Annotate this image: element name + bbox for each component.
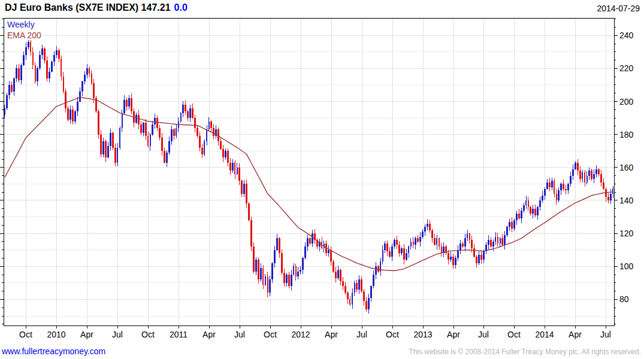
candle-body xyxy=(579,171,581,179)
candle-body xyxy=(288,275,290,286)
candle-body xyxy=(44,48,46,60)
candle-body xyxy=(401,248,403,253)
candle-body xyxy=(406,253,407,260)
candle-body xyxy=(98,111,99,135)
candle-body xyxy=(6,95,8,108)
candle-body xyxy=(123,100,125,113)
candle-body xyxy=(394,240,395,247)
candle-body xyxy=(274,250,276,263)
candle-body xyxy=(269,279,271,293)
candle-body xyxy=(549,182,551,187)
y-tick-label: 200 xyxy=(619,97,634,107)
candle-body xyxy=(81,81,83,92)
candle-body xyxy=(41,48,43,55)
x-tick-label: 2013 xyxy=(413,330,432,339)
candle-body xyxy=(365,301,367,309)
candle-body xyxy=(352,293,353,304)
candle-body xyxy=(241,181,243,194)
candle-body xyxy=(187,111,189,118)
candle-body xyxy=(600,174,602,182)
candle-body xyxy=(473,248,475,257)
candle-body xyxy=(560,184,562,190)
candle-body xyxy=(161,138,163,151)
candle-body xyxy=(25,47,27,56)
x-tick-label: Jul xyxy=(356,330,367,339)
candle-body xyxy=(140,124,142,133)
candle-body xyxy=(370,286,372,297)
candle-body xyxy=(206,129,208,141)
candle-body xyxy=(189,108,191,118)
candle-body xyxy=(455,258,456,264)
candle-body xyxy=(253,247,255,271)
candle-body xyxy=(281,253,283,273)
candle-body xyxy=(258,260,259,279)
candle-body xyxy=(171,129,173,141)
candle-body xyxy=(417,238,419,242)
x-tick-label: Oct xyxy=(141,330,155,339)
candle-body xyxy=(267,276,269,293)
candle-body xyxy=(304,247,306,258)
candle-body xyxy=(166,153,168,163)
candle-body xyxy=(222,149,224,157)
candle-body xyxy=(243,184,245,194)
candle-body xyxy=(138,115,140,125)
candle-body xyxy=(410,242,412,247)
candle-body xyxy=(344,286,346,293)
candle-body xyxy=(164,151,165,162)
candle-body xyxy=(63,77,65,92)
candle-body xyxy=(295,266,297,276)
candle-body xyxy=(542,196,543,200)
candle-body xyxy=(192,108,193,118)
candle-body xyxy=(112,133,114,148)
candle-body xyxy=(176,128,177,136)
x-tick-label: Oct xyxy=(386,330,399,339)
site-link[interactable]: www.fullertreacymoney.com xyxy=(2,346,105,356)
copyright-text: This website is © 2008-2014 Fuller Treac… xyxy=(409,348,641,356)
candle-body xyxy=(403,248,405,260)
candle-body xyxy=(612,188,614,194)
candle-body xyxy=(534,209,536,215)
candle-body xyxy=(558,190,560,200)
x-tick-label: 2010 xyxy=(47,330,65,339)
candle-body xyxy=(335,272,337,278)
candle-body xyxy=(358,279,360,290)
candle-body xyxy=(180,113,182,121)
candle-body xyxy=(91,74,93,84)
candle-body xyxy=(135,115,137,123)
candle-body xyxy=(208,121,210,130)
candle-body xyxy=(61,59,62,77)
candle-body xyxy=(356,283,358,290)
candle-body xyxy=(429,224,431,230)
candle-body xyxy=(431,230,433,239)
candle-body xyxy=(476,257,477,263)
candle-body xyxy=(37,68,38,81)
x-tick-label: Apr xyxy=(80,330,93,339)
candle-body xyxy=(495,237,497,242)
candle-body xyxy=(173,129,175,136)
candle-body xyxy=(500,238,501,243)
candle-body xyxy=(35,65,37,82)
x-tick-label: 2014 xyxy=(535,330,554,339)
candle-body xyxy=(516,214,518,220)
candle-body xyxy=(30,42,32,52)
candle-body xyxy=(368,298,370,309)
candle-body xyxy=(46,60,48,78)
candle-body xyxy=(110,133,111,146)
candle-body xyxy=(478,255,480,263)
candle-body xyxy=(126,100,128,107)
candle-body xyxy=(86,68,88,75)
candle-body xyxy=(567,184,569,190)
candle-body xyxy=(72,109,74,121)
candle-body xyxy=(386,244,388,252)
candle-body xyxy=(384,244,386,250)
x-tick-label: 2011 xyxy=(170,330,188,339)
candle-body xyxy=(182,105,184,113)
candle-body xyxy=(4,108,6,115)
candle-body xyxy=(28,42,29,47)
candle-body xyxy=(271,263,273,280)
candle-body xyxy=(373,275,374,286)
candle-body xyxy=(382,250,384,261)
candle-body xyxy=(262,268,264,285)
candle-body xyxy=(408,247,410,253)
y-tick-label: 80 xyxy=(619,294,629,304)
